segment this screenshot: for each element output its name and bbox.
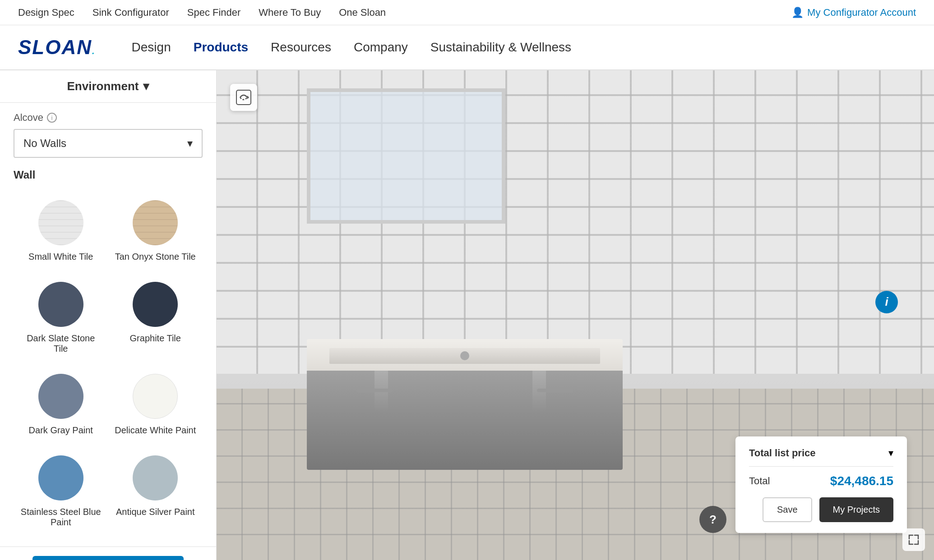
help-button[interactable]: ? — [699, 506, 726, 533]
sidebar: Environment ▾ Alcove i No Walls ▾ Wall S… — [0, 70, 217, 560]
tile-name-small-white: Small White Tile — [28, 252, 93, 262]
tile-name-stainless-blue: Stainless Steel Blue Paint — [19, 507, 103, 528]
price-total-label: Total — [749, 475, 770, 487]
my-account-link[interactable]: 👤 My Configurator Account — [791, 7, 916, 18]
utility-links: Design Spec Sink Configurator Spec Finde… — [18, 7, 386, 18]
price-panel-row: Total $24,486.15 — [749, 474, 893, 488]
info-circle-button[interactable]: i — [875, 291, 898, 313]
price-panel: Total list price ▾ Total $24,486.15 Save… — [735, 436, 907, 533]
main-content: Environment ▾ Alcove i No Walls ▾ Wall S… — [0, 70, 934, 560]
tile-item-delicate-white[interactable]: Delicate White Paint — [108, 364, 203, 445]
price-total-value: $24,486.15 — [830, 474, 893, 488]
environment-header[interactable]: Environment ▾ — [0, 70, 216, 103]
bathroom-scene: i Total list price ▾ Total $24,486.15 Sa… — [217, 70, 934, 560]
nav-company[interactable]: Company — [354, 40, 408, 55]
utility-bar: Design Spec Sink Configurator Spec Finde… — [0, 0, 934, 25]
info-i-icon: i — [885, 295, 888, 309]
tile-name-graphite: Graphite Tile — [130, 333, 181, 344]
expand-icon — [907, 533, 920, 546]
tile-circle-graphite — [133, 282, 178, 327]
help-question-icon: ? — [709, 513, 717, 527]
tile-name-tan-onyx: Tan Onyx Stone Tile — [115, 252, 196, 262]
rotate-3d-icon — [236, 89, 252, 106]
alcove-label: Alcove i — [14, 112, 203, 124]
tile-item-dark-slate[interactable]: Dark Slate Stone Tile — [14, 272, 108, 364]
tile-circle-small-white — [38, 200, 83, 245]
tile-item-antique-silver[interactable]: Antique Silver Paint — [108, 445, 203, 537]
tile-grid: Small White Tile Tan Onyx Stone Tile Dar… — [14, 190, 203, 537]
where-to-buy-link[interactable]: Where To Buy — [259, 7, 321, 18]
drain — [460, 351, 469, 360]
wall-label: Wall — [14, 169, 203, 181]
sink-counter — [307, 339, 623, 371]
one-sloan-link[interactable]: One Sloan — [339, 7, 386, 18]
tile-circle-tan-onyx — [133, 200, 178, 245]
rotate-3d-button[interactable] — [230, 84, 257, 111]
alcove-chevron-icon: ▾ — [187, 137, 193, 150]
tile-item-small-white[interactable]: Small White Tile — [14, 190, 108, 272]
tile-item-dark-gray[interactable]: Dark Gray Paint — [14, 364, 108, 445]
my-projects-button[interactable]: My Projects — [819, 497, 893, 522]
action-buttons: Save My Projects — [749, 497, 893, 522]
price-panel-title: Total list price — [749, 447, 816, 459]
alcove-select[interactable]: No Walls ▾ — [14, 129, 203, 158]
nav-sustainability[interactable]: Sustainability & Wellness — [430, 40, 571, 55]
save-button[interactable]: Save — [763, 497, 812, 522]
cabinet-handle-right — [537, 389, 573, 392]
alcove-info-icon[interactable]: i — [47, 113, 57, 123]
sink-configurator-link[interactable]: Sink Configurator — [92, 7, 169, 18]
tile-name-delicate-white: Delicate White Paint — [115, 425, 196, 436]
tile-circle-stainless-blue — [38, 455, 83, 500]
mirror-area — [307, 88, 505, 224]
tile-name-dark-gray: Dark Gray Paint — [29, 425, 93, 436]
next-button[interactable]: Next — [32, 556, 184, 560]
tile-item-tan-onyx[interactable]: Tan Onyx Stone Tile — [108, 190, 203, 272]
viewport: i Total list price ▾ Total $24,486.15 Sa… — [217, 70, 934, 560]
svg-marker-1 — [247, 96, 249, 99]
user-icon: 👤 — [791, 7, 804, 18]
tile-name-antique-silver: Antique Silver Paint — [116, 507, 195, 517]
tile-circle-delicate-white — [133, 374, 178, 419]
tile-item-stainless-blue[interactable]: Stainless Steel Blue Paint — [14, 445, 108, 537]
tile-circle-antique-silver — [133, 455, 178, 500]
sloan-logo[interactable]: SLOAN. — [18, 36, 96, 59]
design-spec-link[interactable]: Design Spec — [18, 7, 74, 18]
cabinet-handle-left — [356, 389, 393, 392]
main-nav: SLOAN. Design Products Resources Company… — [0, 25, 934, 70]
spec-finder-link[interactable]: Spec Finder — [187, 7, 241, 18]
tile-name-dark-slate: Dark Slate Stone Tile — [19, 333, 103, 354]
nav-products[interactable]: Products — [194, 40, 248, 55]
alcove-value: No Walls — [23, 137, 66, 150]
price-panel-header: Total list price ▾ — [749, 447, 893, 467]
tile-item-graphite[interactable]: Graphite Tile — [108, 272, 203, 364]
sidebar-section: Alcove i No Walls ▾ Wall Small White Til… — [0, 103, 216, 546]
sink-assembly — [307, 339, 623, 470]
cabinet — [307, 371, 623, 470]
next-button-container: Next — [0, 546, 216, 560]
expand-button[interactable] — [902, 528, 925, 551]
nav-resources[interactable]: Resources — [271, 40, 331, 55]
environment-label: Environment — [67, 79, 139, 93]
price-panel-chevron-icon[interactable]: ▾ — [888, 447, 893, 459]
chevron-down-icon: ▾ — [143, 79, 149, 93]
tile-circle-dark-slate — [38, 282, 83, 327]
nav-design[interactable]: Design — [132, 40, 171, 55]
my-account-label: My Configurator Account — [807, 7, 916, 18]
tile-circle-dark-gray — [38, 374, 83, 419]
nav-links: Design Products Resources Company Sustai… — [132, 40, 572, 55]
